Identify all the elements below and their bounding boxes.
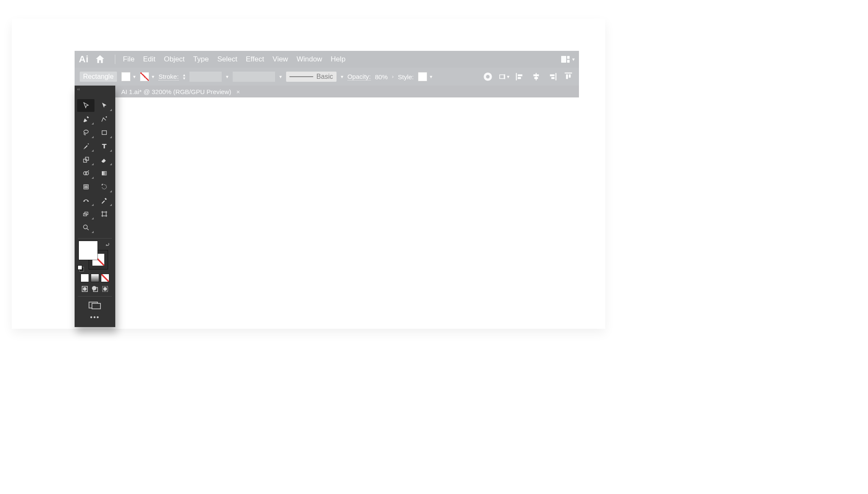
svg-point-18 xyxy=(83,130,88,133)
paintbrush-tool[interactable] xyxy=(77,140,95,153)
menubar-separator xyxy=(115,55,115,64)
eraser-tool[interactable] xyxy=(95,153,113,166)
align-left-icon[interactable] xyxy=(515,71,526,82)
close-icon[interactable]: × xyxy=(236,88,240,95)
chevron-down-icon: ▾ xyxy=(430,74,432,80)
scale-tool[interactable] xyxy=(77,153,95,166)
default-fill-stroke-icon[interactable] xyxy=(78,266,84,272)
mode-none[interactable] xyxy=(101,274,109,282)
svg-rect-21 xyxy=(85,157,89,161)
align-center-icon[interactable] xyxy=(531,71,542,82)
width-tool[interactable] xyxy=(77,194,95,207)
svg-rect-5 xyxy=(500,75,504,79)
mesh-tool[interactable] xyxy=(77,180,95,193)
tools-panel-subheader xyxy=(75,92,115,97)
menu-help[interactable]: Help xyxy=(326,53,350,65)
fill-stroke-indicator[interactable]: ⤾ xyxy=(78,240,112,272)
svg-point-26 xyxy=(83,201,84,202)
svg-rect-20 xyxy=(83,159,87,163)
svg-point-33 xyxy=(83,287,86,290)
pen-tool[interactable] xyxy=(77,113,95,125)
svg-rect-14 xyxy=(551,77,555,79)
svg-point-31 xyxy=(83,225,87,229)
menu-effect[interactable]: Effect xyxy=(242,53,268,65)
artboard-tool[interactable] xyxy=(95,208,113,220)
screen-mode-row xyxy=(75,298,115,311)
mode-color[interactable] xyxy=(81,274,89,282)
shape-builder-tool[interactable] xyxy=(77,167,95,180)
menu-select[interactable]: Select xyxy=(213,53,242,65)
direct-selection-tool[interactable] xyxy=(95,99,113,112)
svg-rect-12 xyxy=(556,73,556,80)
menu-file[interactable]: File xyxy=(119,53,139,65)
app-brand: Ai xyxy=(79,54,89,65)
lasso-tool[interactable] xyxy=(77,126,95,139)
chevron-down-icon[interactable]: ▾ xyxy=(279,74,282,80)
document-tab-title[interactable]: AI 1.ai* @ 3200% (RGB/GPU Preview) xyxy=(121,88,231,95)
graphic-style-picker[interactable]: ▾ xyxy=(418,72,432,81)
draw-normal-icon[interactable] xyxy=(81,285,89,293)
fill-swatch[interactable] xyxy=(79,241,97,260)
app-window: Ai File Edit Object Type Select Effect V… xyxy=(12,19,605,329)
stroke-weight-field[interactable] xyxy=(189,72,222,82)
variable-width-profile[interactable] xyxy=(233,72,275,82)
draw-inside-icon[interactable] xyxy=(101,285,109,293)
align-right-icon[interactable] xyxy=(547,71,558,82)
eyedropper-tool[interactable] xyxy=(95,194,113,207)
svg-rect-24 xyxy=(102,172,106,175)
home-icon[interactable] xyxy=(95,54,106,65)
fill-color-picker[interactable]: ▾ xyxy=(121,72,136,81)
stroke-swatch-none xyxy=(140,72,149,81)
chevron-down-icon: ▾ xyxy=(572,56,575,62)
tools-panel: ‹‹ xyxy=(75,86,115,327)
type-tool[interactable] xyxy=(95,140,113,153)
chevron-down-icon[interactable]: ▾ xyxy=(341,74,343,80)
opacity-value[interactable]: 80% xyxy=(375,73,388,80)
tools-divider xyxy=(78,238,112,239)
zoom-tool[interactable] xyxy=(77,221,95,234)
panel-collapse-icon[interactable]: ‹‹ xyxy=(77,87,80,92)
draw-mode-row xyxy=(75,283,115,294)
chevron-right-icon[interactable]: › xyxy=(392,74,394,80)
svg-point-27 xyxy=(87,201,88,202)
stroke-weight-stepper[interactable]: ▴ ▾ xyxy=(183,73,185,80)
screen-mode-icon[interactable] xyxy=(89,302,101,309)
stroke-color-picker[interactable]: ▾ xyxy=(140,72,154,81)
rectangle-tool[interactable] xyxy=(95,126,113,139)
svg-rect-7 xyxy=(518,75,523,76)
draw-behind-icon[interactable] xyxy=(91,285,99,293)
fill-swatch xyxy=(121,72,131,81)
gradient-tool[interactable] xyxy=(95,167,113,180)
menu-object[interactable]: Object xyxy=(160,53,189,65)
menu-window[interactable]: Window xyxy=(292,53,326,65)
selection-tool[interactable] xyxy=(77,99,95,112)
brush-name: Basic xyxy=(317,73,333,80)
mode-gradient[interactable] xyxy=(91,274,99,282)
edit-toolbar-icon[interactable]: ••• xyxy=(75,311,115,321)
menu-type[interactable]: Type xyxy=(189,53,213,65)
tools-divider-2 xyxy=(78,296,112,297)
menu-edit[interactable]: Edit xyxy=(139,53,159,65)
opacity-label[interactable]: Opacity: xyxy=(348,73,371,80)
align-top-icon[interactable] xyxy=(563,71,574,82)
selection-readout: Rectangle xyxy=(80,72,117,82)
svg-rect-19 xyxy=(102,131,106,135)
menubar: Ai File Edit Object Type Select Effect V… xyxy=(75,51,579,68)
chevron-down-icon: ▾ xyxy=(133,74,136,80)
curvature-tool[interactable] xyxy=(95,113,113,125)
rotate-tool[interactable] xyxy=(95,180,113,193)
brush-definition[interactable]: Basic xyxy=(286,72,337,82)
menu-view[interactable]: View xyxy=(268,53,292,65)
stroke-label[interactable]: Stroke: xyxy=(159,73,179,80)
svg-rect-15 xyxy=(565,72,572,73)
workspace-switcher[interactable]: ▾ xyxy=(561,56,575,63)
document-tabbar: AI 1.ai* @ 3200% (RGB/GPU Preview) × xyxy=(75,86,579,97)
svg-rect-10 xyxy=(534,75,539,76)
align-to-selection-icon[interactable]: ▾ xyxy=(498,71,509,82)
svg-rect-13 xyxy=(550,75,555,76)
recolor-artwork-icon[interactable] xyxy=(482,71,493,82)
brush-line-icon xyxy=(289,76,313,77)
symbol-sprayer-tool[interactable] xyxy=(77,208,95,220)
swap-fill-stroke-icon[interactable]: ⤾ xyxy=(105,241,110,248)
chevron-down-icon[interactable]: ▾ xyxy=(226,74,228,80)
